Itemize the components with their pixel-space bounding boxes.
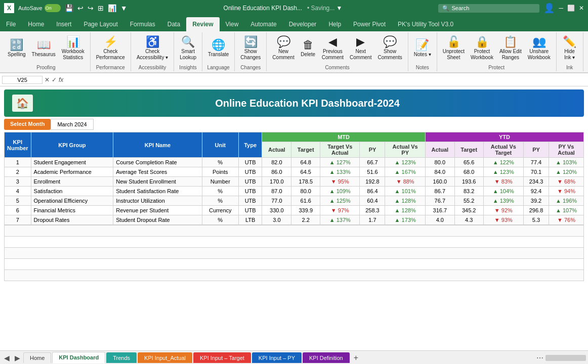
tab-kpi-input-target[interactable]: KPI Input – Target xyxy=(193,352,251,363)
unshare-workbook-button[interactable]: 👥 UnshareWorkbook xyxy=(525,35,553,62)
cell-mtd-avp: ▲ 128% xyxy=(385,206,425,215)
previous-comment-button[interactable]: ◀ PreviousComment xyxy=(319,35,346,62)
tab-pagelayout[interactable]: Page Layout xyxy=(77,17,123,31)
cell-type: UTB xyxy=(238,196,262,206)
spelling-button[interactable]: 🔡 Spelling xyxy=(5,38,28,59)
cell-unit: Number xyxy=(202,177,238,187)
cell-mtd-avp: ▼ 88% xyxy=(385,177,425,187)
scrollbar-track[interactable] xyxy=(545,355,586,361)
cell-ytd-avt: ▲ 122% xyxy=(483,158,523,167)
prev-sheet-button[interactable]: ◀ xyxy=(2,354,12,362)
close-icon[interactable]: ✕ xyxy=(579,5,584,12)
check-accessibility-icon: ♿ xyxy=(146,36,159,48)
thesaurus-button[interactable]: 📖 Thesaurus xyxy=(29,38,58,59)
tab-home[interactable]: Home xyxy=(22,17,50,31)
workbook-stats-button[interactable]: 📊 WorkbookStatistics xyxy=(59,35,87,62)
th-kpi-name: KPI Name xyxy=(113,132,202,158)
tab-kpi-definition[interactable]: KPI Definition xyxy=(303,352,350,363)
cell-kpi-group: Satisfaction xyxy=(31,187,113,196)
th-ytd-target: Target xyxy=(454,142,483,158)
table-icon[interactable]: ⊞ xyxy=(98,4,104,12)
more-icon[interactable]: ▼ xyxy=(120,4,128,12)
name-box[interactable] xyxy=(2,76,43,84)
search-box[interactable]: 🔍 Search xyxy=(438,4,539,13)
cell-ytd-actual: 4.0 xyxy=(425,215,454,225)
formula-input[interactable] xyxy=(65,77,586,83)
th-mtd-avp: Actual VsPY xyxy=(385,142,425,158)
cell-kpi-num: 2 xyxy=(5,167,31,177)
save-icon[interactable]: 💾 xyxy=(65,4,73,12)
check-performance-button[interactable]: ⚡ CheckPerformance xyxy=(94,35,128,62)
formula-confirm-icon[interactable]: ✓ xyxy=(52,76,57,83)
th-ytd-py: PY xyxy=(523,142,549,158)
delete-comment-button[interactable]: 🗑 Delete xyxy=(298,38,318,59)
restore-icon[interactable]: ⬜ xyxy=(567,5,575,12)
next-comment-button[interactable]: ▶ NextComment xyxy=(347,35,374,62)
cell-mtd-avp: ▲ 167% xyxy=(385,167,425,177)
tab-kpi-input-actual[interactable]: KPI Input_Actual xyxy=(138,352,192,363)
redo-icon[interactable]: ↪ xyxy=(88,4,94,12)
autosave-toggle[interactable]: On xyxy=(45,4,61,12)
th-ytd-actual: Actual xyxy=(425,142,454,158)
show-comments-button[interactable]: 💬 ShowComments xyxy=(375,35,404,62)
tab-kpi-input-py[interactable]: KPI Input – PY xyxy=(252,352,302,363)
translate-icon: 🌐 xyxy=(212,39,225,51)
tab-data[interactable]: Data xyxy=(161,17,186,31)
tab-automate[interactable]: Automate xyxy=(244,17,282,31)
translate-button[interactable]: 🌐 Translate xyxy=(205,38,231,59)
previous-comment-icon: ◀ xyxy=(328,36,337,48)
notes-button[interactable]: 📝 Notes ▾ xyxy=(411,38,434,59)
tab-insert[interactable]: Insert xyxy=(50,17,77,31)
empty-rows-table xyxy=(4,225,584,281)
hide-ink-button[interactable]: ✏️ HideInk ▾ xyxy=(560,35,580,62)
show-changes-button[interactable]: 🔄 ShowChanges xyxy=(238,35,263,62)
minimize-icon[interactable]: ─ xyxy=(559,5,563,12)
tab-help[interactable]: Help xyxy=(322,17,347,31)
home-icon[interactable]: 🏠 xyxy=(12,95,33,112)
tab-file[interactable]: File xyxy=(0,17,22,31)
autosave-area: AutoSave On xyxy=(18,4,61,12)
proofing-label: Proofing xyxy=(36,65,55,70)
tab-trends[interactable]: Trends xyxy=(106,352,137,363)
new-comment-button[interactable]: 💬 NewComment xyxy=(270,35,297,62)
tab-right-area: ⋯ xyxy=(536,354,586,362)
formula-cancel-icon[interactable]: ✕ xyxy=(45,76,50,83)
cell-mtd-actual: 330.0 xyxy=(262,206,291,215)
cell-mtd-actual: 82.0 xyxy=(262,158,291,167)
protect-workbook-button[interactable]: 🔒 ProtectWorkbook xyxy=(468,35,496,62)
cell-ytd-target: 83.2 xyxy=(454,187,483,196)
add-sheet-button[interactable]: + xyxy=(351,353,361,362)
select-month-button[interactable]: Select Month xyxy=(4,119,51,130)
tab-powerpivot[interactable]: Power Pivot xyxy=(347,17,392,31)
formula-fn-icon[interactable]: fx xyxy=(59,76,63,83)
allow-edit-ranges-button[interactable]: 📋 Allow EditRanges xyxy=(497,35,524,62)
smart-lookup-button[interactable]: 🔍 SmartLookup xyxy=(177,35,199,62)
tab-developer[interactable]: Developer xyxy=(283,17,323,31)
check-performance-icon: ⚡ xyxy=(104,36,117,48)
check-accessibility-button[interactable]: ♿ CheckAccessibility ▾ xyxy=(134,35,171,62)
tab-formulas[interactable]: Formulas xyxy=(124,17,161,31)
cell-kpi-num: 4 xyxy=(5,187,31,196)
ribbon-group-performance: ⚡ CheckPerformance Performance xyxy=(91,32,131,71)
cell-ytd-target: 68.0 xyxy=(454,167,483,177)
cell-mtd-avp: ▲ 173% xyxy=(385,215,425,225)
cell-type: UTB xyxy=(238,177,262,187)
unprotect-sheet-button[interactable]: 🔓 UnprotectSheet xyxy=(440,35,467,62)
format-icon[interactable]: 📊 xyxy=(108,4,116,12)
user-icon[interactable]: 👤 xyxy=(543,3,555,14)
table-row: 7 Dropout Rates Student Dropout Rate % L… xyxy=(5,215,584,225)
next-sheet-button[interactable]: ▶ xyxy=(13,354,22,362)
accessibility-label: Accessibility xyxy=(139,65,166,70)
tab-view[interactable]: View xyxy=(220,17,245,31)
undo-icon[interactable]: ↩ xyxy=(77,4,83,12)
cell-kpi-name: Student Satisfaction Rate xyxy=(113,187,202,196)
tab-home[interactable]: Home xyxy=(23,352,51,363)
cell-kpi-name: New Student Enrollment xyxy=(113,177,202,187)
th-mtd-actual: Actual xyxy=(262,142,291,158)
language-label: Language xyxy=(207,65,230,70)
tab-kpi-dashboard[interactable]: KPI Dashboard xyxy=(52,352,105,363)
sheet-options-icon[interactable]: ⋯ xyxy=(536,354,543,362)
cell-ytd-actual: 86.7 xyxy=(425,187,454,196)
tab-pkutility[interactable]: PK's Utility Tool V3.0 xyxy=(392,17,459,31)
tab-review[interactable]: Review xyxy=(186,17,219,31)
